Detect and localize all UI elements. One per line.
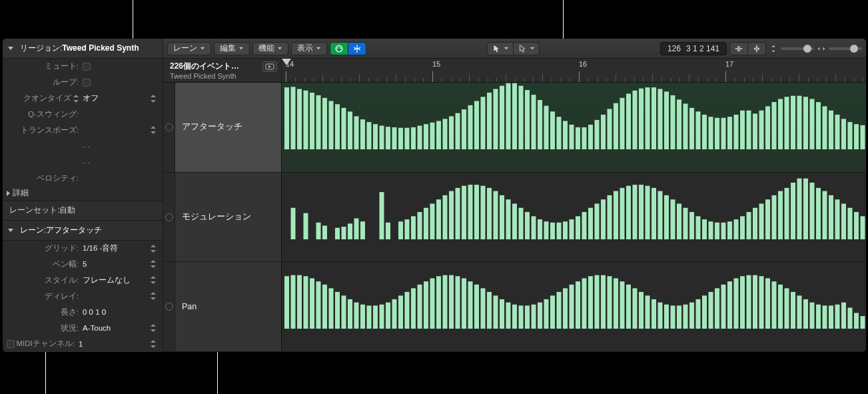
svg-rect-148 [633, 185, 638, 239]
row-grid[interactable]: グリッド: 1/16 -音符 [3, 241, 163, 257]
menu-view[interactable]: 表示 [291, 42, 327, 55]
midich-value[interactable]: 1 [79, 340, 151, 348]
region-header[interactable]: リージョン: Tweed Picked Synth [3, 39, 163, 59]
stepper-icon[interactable] [151, 292, 156, 300]
vzoom-fit-button[interactable] [729, 42, 748, 55]
lane-mute-dot[interactable] [165, 213, 173, 221]
svg-rect-109 [380, 192, 384, 239]
row-status[interactable]: 状況: A-Touch [3, 320, 163, 336]
lane-header-label: レーン: [20, 225, 46, 236]
midi-in-button[interactable] [330, 42, 348, 55]
svg-rect-228 [557, 292, 562, 329]
menu-function[interactable]: 機能 [252, 42, 288, 55]
svg-rect-31 [430, 123, 435, 149]
quantize-value[interactable]: オフ [83, 93, 151, 103]
lane-mute-dot[interactable] [165, 123, 173, 131]
lane-label[interactable]: Pan [175, 262, 282, 351]
svg-rect-63 [633, 91, 638, 149]
hzoom-fit-button[interactable] [748, 42, 766, 55]
row-midich[interactable]: MIDIチャンネル: 1 [3, 336, 163, 352]
stepper-icon[interactable] [151, 245, 156, 253]
svg-rect-233 [588, 277, 593, 329]
alt-tool[interactable] [514, 42, 540, 55]
laneset-row[interactable]: レーンセット: 自動 [3, 201, 163, 221]
lane-plot[interactable] [282, 173, 866, 262]
row-penwidth[interactable]: ペン幅: 5 [3, 257, 163, 273]
svg-rect-137 [563, 221, 568, 239]
svg-rect-10 [297, 89, 302, 149]
status-label: 状況: [3, 323, 83, 333]
svg-rect-182 [848, 207, 853, 239]
mute-checkbox[interactable] [83, 63, 91, 71]
svg-rect-70 [677, 99, 681, 149]
qswing-label: Q-スウィング: [3, 109, 83, 119]
lane-row[interactable]: Pan [163, 262, 866, 352]
vzoom-slider[interactable] [769, 44, 814, 53]
menu-edit[interactable]: 編集 [214, 42, 250, 55]
lane-plot[interactable] [282, 262, 866, 351]
svg-rect-243 [651, 299, 656, 329]
svg-rect-141 [588, 207, 593, 239]
svg-rect-121 [462, 185, 466, 239]
svg-rect-159 [702, 219, 707, 239]
lane-gutter[interactable] [163, 173, 175, 262]
row-quantize[interactable]: クオンタイズ オフ [3, 91, 163, 107]
status-value[interactable]: A-Touch [83, 324, 151, 332]
svg-rect-152 [658, 191, 663, 239]
svg-rect-131 [525, 212, 530, 239]
lane-row[interactable]: アフタータッチ [163, 83, 866, 173]
grid-value[interactable]: 1/16 -音符 [83, 243, 151, 253]
svg-rect-276 [861, 316, 865, 329]
penwidth-value[interactable]: 5 [83, 260, 151, 268]
svg-rect-19 [354, 116, 359, 149]
svg-rect-99 [861, 125, 865, 149]
svg-rect-234 [595, 275, 600, 329]
lane-mute-dot[interactable] [165, 303, 173, 311]
detune-value: - - [83, 142, 156, 150]
lane-gutter[interactable] [163, 83, 175, 172]
stepper-icon[interactable] [151, 95, 156, 103]
lane-row[interactable]: モジュレーション [163, 173, 866, 263]
svg-rect-252 [709, 292, 713, 329]
stepper-icon[interactable] [151, 324, 156, 332]
menu-lane[interactable]: レーン [167, 42, 211, 55]
chevron-down-icon [201, 47, 205, 50]
stepper-icon[interactable] [151, 126, 156, 134]
svg-rect-263 [778, 285, 783, 329]
midi-out-button[interactable] [348, 42, 366, 55]
position-display[interactable]: 126 3 1 2 141 [660, 42, 727, 55]
stepper-icon[interactable] [151, 260, 156, 268]
midich-checkbox[interactable] [7, 340, 15, 348]
stepper-icon[interactable] [151, 276, 156, 284]
svg-rect-195 [348, 299, 352, 329]
events-count: 226個のイベント… [170, 61, 256, 72]
detail-disclosure[interactable]: 詳細 [3, 186, 163, 201]
lane-plot[interactable] [282, 83, 866, 172]
lane-gutter[interactable] [163, 262, 175, 351]
lane-label[interactable]: アフタータッチ [175, 83, 282, 172]
pointer-tool[interactable] [487, 42, 514, 55]
hzoom-slider[interactable] [817, 44, 862, 53]
svg-rect-85 [772, 102, 777, 149]
svg-rect-230 [570, 285, 574, 329]
length-value[interactable]: 0 0 1 0 [83, 308, 156, 316]
loop-checkbox[interactable] [83, 79, 91, 87]
stepper-icon[interactable] [151, 340, 156, 348]
chevron-down-icon [530, 47, 534, 50]
catch-playhead-button[interactable] [262, 61, 277, 72]
ruler[interactable]: 14151617 [282, 59, 866, 82]
svg-rect-77 [721, 118, 726, 149]
svg-rect-46 [525, 90, 530, 149]
row-style[interactable]: スタイル: フレームなし [3, 272, 163, 288]
lane-label[interactable]: モジュレーション [175, 173, 282, 262]
style-value[interactable]: フレームなし [83, 275, 151, 285]
svg-rect-249 [689, 303, 694, 329]
row-delay[interactable]: ディレイ: [3, 288, 163, 304]
row-length[interactable]: 長さ: 0 0 1 0 [3, 304, 163, 320]
svg-rect-240 [633, 289, 638, 329]
svg-rect-219 [500, 299, 504, 329]
svg-rect-6 [756, 45, 757, 52]
lane-header[interactable]: レーン: アフタータッチ [3, 221, 163, 241]
row-detune2: - - [3, 154, 163, 170]
row-transpose[interactable]: トランスポーズ: [3, 122, 163, 138]
